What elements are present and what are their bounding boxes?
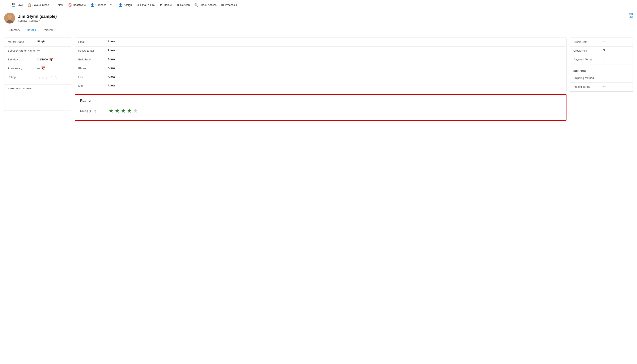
- assign-button[interactable]: 👤 Assign: [117, 2, 134, 8]
- delete-button[interactable]: 🗑 Delete: [158, 2, 174, 8]
- field-label-credit-hold: Credit Hold: [573, 49, 603, 52]
- field-value-credit-limit: ---: [603, 40, 629, 43]
- save-close-button[interactable]: 📋 Save & Close: [26, 2, 51, 8]
- star-3[interactable]: ☆: [46, 75, 49, 80]
- check-access-button[interactable]: 🔍 Check Access: [192, 2, 219, 8]
- field-value-follow-email: Allow: [108, 49, 563, 52]
- record-name: Jim Glynn (sample): [18, 14, 633, 19]
- breadcrumb: Contact · Contact ▾: [18, 19, 633, 22]
- toolbar: ← 💾 Save 📋 Save & Close ＋ New 🚫 Deactiva…: [0, 0, 637, 10]
- deactivate-button[interactable]: 🚫 Deactivate: [66, 2, 88, 8]
- rating-popup-title: Rating: [80, 99, 561, 102]
- field-label-credit-limit: Credit Limit: [573, 40, 603, 44]
- record-title-area: Jim Glynn (sample) Contact · Contact ▾: [18, 14, 633, 22]
- billing-panel: Credit Limit --- Credit Hold No Payment …: [570, 38, 633, 64]
- process-button[interactable]: ⊞ Process ▾: [219, 2, 240, 8]
- delete-icon: 🗑: [160, 3, 163, 7]
- field-value-spouse: ---: [37, 49, 68, 52]
- field-label-phone: Phone: [78, 66, 108, 70]
- field-value-shipping-method: ---: [603, 76, 629, 79]
- left-column: Marital Status Single Spouse/Partner Nam…: [4, 38, 71, 111]
- personal-notes-title: PERSONAL NOTES: [5, 85, 71, 92]
- field-shipping-method: Shipping Method ---: [570, 74, 632, 83]
- field-phone: Phone Allow: [75, 64, 566, 73]
- field-label-mail: Mail: [78, 84, 108, 88]
- more-icon: ▾: [110, 3, 112, 6]
- field-payment-terms: Payment Terms ---: [570, 56, 632, 64]
- popup-star-5[interactable]: ★: [133, 108, 138, 114]
- field-freight-terms: Freight Terms ---: [570, 83, 632, 92]
- connect-icon: 👤: [91, 3, 95, 7]
- email-icon: ✉: [136, 3, 139, 7]
- tab-related[interactable]: Related: [39, 26, 56, 34]
- separator-1: [115, 2, 115, 8]
- field-value-marital-status: Single: [37, 40, 68, 43]
- field-value-birthday: 3/2/1959 📅: [37, 58, 68, 62]
- star-5[interactable]: ☆: [54, 75, 57, 80]
- birthday-calendar-icon[interactable]: 📅: [49, 58, 53, 62]
- field-value-phone: Allow: [108, 66, 563, 70]
- field-label-follow-email: Follow Email: [78, 49, 108, 52]
- popup-star-4[interactable]: ★: [127, 108, 132, 114]
- field-fax: Fax Allow: [75, 73, 566, 82]
- deactivate-icon: 🚫: [68, 3, 72, 7]
- save-close-icon: 📋: [28, 3, 32, 7]
- popup-star-3[interactable]: ★: [121, 108, 126, 114]
- personal-notes-panel: PERSONAL NOTES ---: [4, 84, 71, 111]
- process-more-icon: ▾: [236, 3, 237, 6]
- more-button[interactable]: ▾: [108, 2, 114, 8]
- right-column: Credit Limit --- Credit Hold No Payment …: [570, 38, 633, 92]
- popup-star-1[interactable]: ★: [109, 108, 114, 114]
- field-rating: Rating ☆ ☆ ☆ ☆ ☆: [5, 73, 71, 82]
- star-4[interactable]: ☆: [50, 75, 53, 80]
- contact-preferences-panel: Email Allow Follow Email Allow Bulk Emai…: [75, 38, 566, 91]
- field-value-fax: Allow: [108, 75, 563, 78]
- refresh-button[interactable]: ↻ Refresh: [174, 2, 192, 8]
- star-2[interactable]: ☆: [41, 75, 45, 80]
- rating-popup: Rating Rating (1 - 5) ★ ★ ★ ★ ★: [75, 94, 566, 121]
- breadcrumb-separator: ·: [28, 20, 28, 22]
- process-icon: ⊞: [221, 3, 224, 7]
- email-link-button[interactable]: ✉ Email a Link: [134, 2, 157, 8]
- field-email: Email Allow: [75, 38, 566, 46]
- refresh-icon: ↻: [177, 3, 179, 7]
- shipping-title: SHIPPING: [570, 67, 632, 74]
- field-label-shipping-method: Shipping Method: [573, 76, 603, 80]
- back-icon: ←: [4, 3, 7, 7]
- popup-star-2[interactable]: ★: [115, 108, 120, 114]
- breadcrumb-chevron[interactable]: ▾: [39, 20, 40, 22]
- assign-icon: 👤: [119, 3, 123, 7]
- field-label-freight-terms: Freight Terms: [573, 85, 603, 88]
- field-value-bulk-email: Allow: [108, 58, 563, 61]
- new-button[interactable]: ＋ New: [52, 2, 65, 8]
- connect-button[interactable]: 👤 Connect: [88, 2, 108, 8]
- field-value-freight-terms: ---: [603, 85, 629, 88]
- field-credit-hold: Credit Hold No: [570, 46, 632, 56]
- back-button[interactable]: ←: [2, 2, 9, 8]
- field-label-payment-terms: Payment Terms: [573, 58, 603, 61]
- record-header: Jim Glynn (sample) Contact · Contact ▾ M…: [0, 10, 637, 26]
- ma-ow-badge: Ma Ow: [629, 12, 633, 18]
- field-value-rating: ☆ ☆ ☆ ☆ ☆: [37, 75, 68, 80]
- field-value-credit-hold: No: [603, 49, 629, 52]
- shipping-panel: SHIPPING Shipping Method --- Freight Ter…: [570, 67, 633, 92]
- save-icon: 💾: [12, 3, 16, 7]
- breadcrumb-contact: Contact: [18, 19, 27, 22]
- breadcrumb-contact2: Contact: [29, 19, 38, 22]
- field-label-fax: Fax: [78, 75, 108, 79]
- anniversary-calendar-icon[interactable]: 📅: [41, 66, 45, 70]
- rating-popup-row: Rating (1 - 5) ★ ★ ★ ★ ★: [80, 106, 561, 116]
- tab-summary[interactable]: Summary: [4, 26, 24, 34]
- field-label-email: Email: [78, 40, 108, 44]
- new-icon: ＋: [54, 3, 57, 7]
- field-credit-limit: Credit Limit ---: [570, 38, 632, 46]
- field-value-payment-terms: ---: [603, 58, 629, 61]
- tab-details[interactable]: Details: [24, 26, 39, 34]
- avatar: [4, 12, 15, 24]
- middle-column: Email Allow Follow Email Allow Bulk Emai…: [75, 38, 566, 121]
- rating-popup-stars[interactable]: ★ ★ ★ ★ ★: [109, 108, 138, 114]
- field-label-spouse: Spouse/Partner Name: [8, 49, 37, 52]
- save-button[interactable]: 💾 Save: [10, 2, 25, 8]
- rating-stars-empty[interactable]: ☆ ☆ ☆ ☆ ☆: [37, 75, 57, 80]
- star-1[interactable]: ☆: [37, 75, 41, 80]
